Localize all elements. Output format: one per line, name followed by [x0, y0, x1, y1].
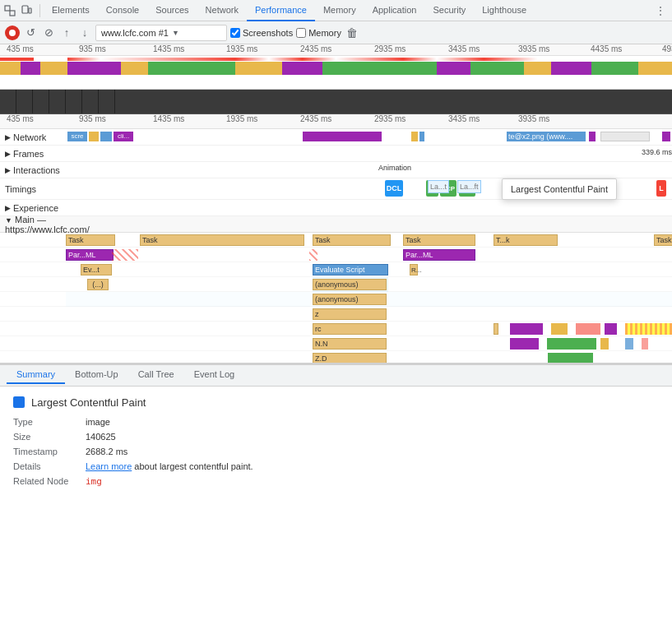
- tab-sources[interactable]: Sources: [147, 0, 197, 21]
- anon-row: (...) (anonymous): [0, 277, 672, 292]
- ruler-top-mark-4: 2435 ms: [300, 44, 331, 53]
- ruler2-mark-3: 1935 ms: [226, 114, 257, 123]
- record-button[interactable]: [5, 25, 20, 40]
- timing-la-ft: La...ft: [457, 180, 481, 193]
- screenshots-checkbox[interactable]: [230, 28, 240, 38]
- svg-rect-2: [22, 6, 28, 13]
- tab-elements[interactable]: Elements: [44, 0, 98, 21]
- frames-lane-label[interactable]: ▶ Frames: [0, 149, 66, 159]
- trash-icon[interactable]: 🗑: [346, 26, 358, 39]
- parse-ml-row: Par...ML Par...ML: [0, 248, 672, 262]
- lcp-title: Largest Contentful Paint: [31, 396, 146, 409]
- interactions-expand-icon[interactable]: ▶: [5, 166, 11, 174]
- net-item-6[interactable]: [419, 132, 424, 141]
- anon-func-0[interactable]: (anonymous): [313, 279, 387, 290]
- memory-checkbox[interactable]: [296, 28, 306, 38]
- ruler-top-mark-8: 4435 ms: [591, 44, 622, 53]
- r-item[interactable]: R...: [410, 264, 418, 276]
- network-lane-row: ▶ Network scre cli... te@x2.png (www....: [0, 129, 672, 146]
- net-item-4[interactable]: [303, 132, 382, 141]
- tab-event-log[interactable]: Event Log: [184, 366, 245, 384]
- tab-console[interactable]: Console: [98, 0, 147, 21]
- clear-button[interactable]: ⊘: [41, 25, 56, 40]
- ruler2-mark-0: 435 ms: [7, 114, 34, 123]
- device-icon[interactable]: [20, 4, 33, 17]
- nn-row: N.N: [0, 336, 672, 351]
- rc-func[interactable]: rc: [313, 323, 387, 335]
- main-thread-label[interactable]: ▼ Main — https://www.lcfc.com/: [0, 215, 66, 234]
- devtools-tabbar: Elements Console Sources Network Perform…: [0, 0, 672, 21]
- timing-dcl[interactable]: DCL: [385, 180, 403, 197]
- cpu-activity-bar: [0, 62, 672, 75]
- timeline-lanes[interactable]: ▶ Network scre cli... te@x2.png (www....: [0, 129, 672, 363]
- inspect-icon[interactable]: [3, 4, 16, 17]
- ruler-top-mark-1: 935 ms: [79, 44, 106, 53]
- ruler-top-mark-5: 2935 ms: [374, 44, 406, 53]
- download-button[interactable]: ↓: [77, 25, 92, 40]
- interactions-lane-label[interactable]: ▶ Interactions: [0, 165, 66, 175]
- tab-bottom-up[interactable]: Bottom-Up: [65, 366, 128, 384]
- tab-security[interactable]: Security: [424, 0, 474, 21]
- rc-row: rc: [0, 322, 672, 336]
- ruler2-mark-4: 2435 ms: [300, 114, 331, 123]
- tab-network[interactable]: Network: [197, 0, 247, 21]
- type-label: Type: [13, 417, 79, 427]
- experience-lane-label[interactable]: ▶ Experience: [0, 203, 66, 213]
- net-item-7[interactable]: [589, 132, 596, 141]
- memory-checkbox-label[interactable]: Memory: [296, 28, 341, 38]
- task-5[interactable]: Task: [654, 234, 672, 246]
- tab-lighthouse[interactable]: Lighthouse: [474, 0, 535, 21]
- experience-row: ▶ Experience: [0, 200, 672, 216]
- net-item-0[interactable]: scre: [67, 132, 87, 141]
- screenshots-checkbox-label[interactable]: Screenshots: [230, 28, 293, 38]
- task-2[interactable]: Task: [313, 234, 391, 246]
- task-4[interactable]: T...k: [494, 234, 558, 246]
- evaluate-script[interactable]: Evaluate Script: [313, 264, 388, 276]
- zd-func[interactable]: Z.D: [313, 353, 387, 363]
- timestamp-row: Timestamp 2688.2 ms: [13, 447, 659, 456]
- tab-performance[interactable]: Performance: [247, 0, 315, 21]
- parse-ml-0[interactable]: Par...ML: [66, 249, 114, 261]
- paren-item[interactable]: (...): [87, 279, 109, 290]
- net-item-9[interactable]: [662, 132, 670, 141]
- tab-memory[interactable]: Memory: [315, 0, 364, 21]
- tab-summary[interactable]: Summary: [7, 366, 65, 384]
- more-tabs-icon[interactable]: ⋮: [652, 2, 669, 20]
- timings-content: DCL FP FCP LCP L La...t La...ft Largest …: [66, 178, 672, 199]
- net-item-3[interactable]: cli...: [114, 132, 133, 141]
- screenshot-strip[interactable]: [0, 90, 672, 114]
- performance-toolbar: ↺ ⊘ ↑ ↓ www.lcfc.com #1 ▼ Screenshots Me…: [0, 21, 672, 44]
- svg-rect-0: [5, 6, 10, 11]
- upload-button[interactable]: ↑: [59, 25, 74, 40]
- anon-func-1[interactable]: (anonymous): [313, 294, 387, 305]
- network-lane-label[interactable]: ▶ Network: [0, 132, 66, 142]
- screenshot-thumbnails: [0, 90, 672, 113]
- learn-more-link[interactable]: Learn more: [86, 461, 132, 471]
- timeline-overview[interactable]: 435 ms 935 ms 1435 ms 1935 ms 2435 ms 29…: [0, 44, 672, 90]
- task-3[interactable]: Task: [403, 234, 475, 246]
- z-func[interactable]: z: [313, 308, 387, 320]
- parse-ml-1[interactable]: Par...ML: [403, 249, 475, 261]
- task-row-1-label: [0, 233, 66, 248]
- frames-expand-icon[interactable]: ▶: [5, 150, 11, 158]
- timing-l[interactable]: L: [656, 180, 666, 197]
- net-item-png[interactable]: te@x2.png (www....: [507, 132, 586, 141]
- nn-func[interactable]: N.N: [313, 338, 387, 350]
- reload-button[interactable]: ↺: [23, 25, 38, 40]
- details-text: about largest contentful paint.: [134, 461, 253, 471]
- net-item-5[interactable]: [411, 132, 418, 141]
- net-item-8[interactable]: [600, 132, 650, 141]
- network-expand-icon[interactable]: ▶: [5, 133, 11, 141]
- timestamp-value: 2688.2 ms: [86, 447, 127, 456]
- bottom-tabbar: Summary Bottom-Up Call Tree Event Log: [0, 363, 672, 387]
- lcp-summary-panel: Largest Contentful Paint Type image Size…: [0, 387, 672, 640]
- task-0[interactable]: Task: [66, 234, 115, 246]
- evt-item[interactable]: Ev...t: [81, 264, 112, 276]
- net-item-1[interactable]: [89, 132, 99, 141]
- anon-row-2: (anonymous): [0, 292, 672, 307]
- tab-call-tree[interactable]: Call Tree: [128, 366, 184, 384]
- parse-ml-content: Par...ML Par...ML: [66, 248, 672, 262]
- task-1[interactable]: Task: [140, 234, 304, 246]
- tab-application[interactable]: Application: [364, 0, 425, 21]
- net-item-2[interactable]: [100, 132, 112, 141]
